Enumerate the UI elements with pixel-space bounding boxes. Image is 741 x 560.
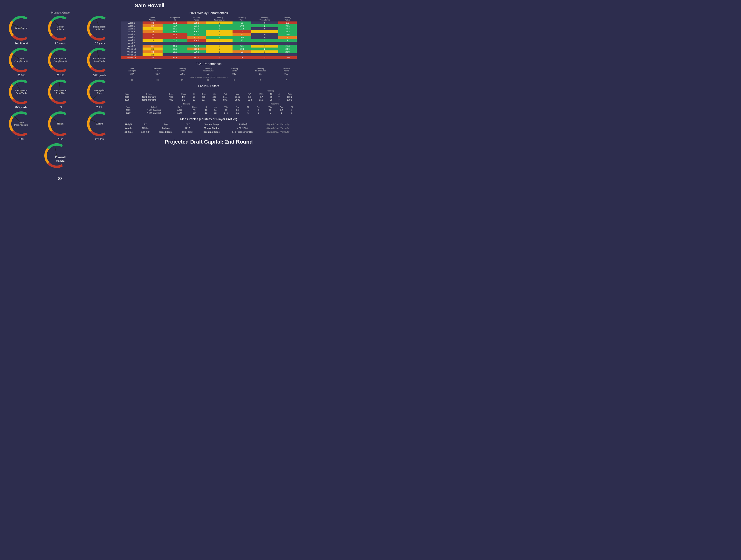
rushing-cell-0-0: 2019 — [121, 109, 136, 112]
gauge-value-best-season-tds: 39 — [59, 106, 62, 109]
weekly-cell-10-4: 2 — [206, 50, 232, 53]
gauge-best-season-pass-yds: Best SeasonPass Yards3641 yards — [80, 47, 118, 77]
table-row: Week 63253.1203.04108014.1 — [121, 36, 297, 39]
gauge-value-career-ypa: 9.2 yards — [55, 42, 66, 45]
passing-header-2: Conf — [165, 92, 177, 96]
weekly-cell-5-0: Week 6 — [121, 36, 143, 39]
passing-cell-0-5: 259 — [198, 96, 209, 99]
table-row: 52533727247 — [121, 79, 297, 81]
table-row: 2020North CarolinaACCSO1223734868.135861… — [121, 99, 297, 101]
perf-header-2: PassingYards — [172, 67, 193, 72]
weekly-header-1: PassAttempts — [143, 16, 162, 21]
svg-line-20 — [52, 118, 60, 124]
passing-cell-0-6: 422 — [209, 96, 219, 99]
weekly-cell-12-2: 53.8 — [162, 56, 187, 59]
weekly-cell-0-1: 32 — [143, 21, 162, 24]
weekly-cell-7-4 — [206, 42, 232, 45]
weekly-cell-3-5: 8 — [232, 30, 251, 33]
weekly-cell-5-5: 108 — [232, 36, 251, 39]
weekly-cell-4-2: 56.3 — [162, 33, 187, 36]
rushing-cell-1-3: SO — [187, 112, 202, 114]
passing-cell-0-7: 61.4 — [219, 96, 231, 99]
performance-2021-title: 2021 Performance — [121, 62, 297, 66]
weekly-cell-10-6: 1 — [251, 50, 278, 53]
measurable-cell-2-2: Speed Score — [154, 130, 178, 134]
svg-line-0 — [12, 24, 21, 28]
weekly-cell-10-2: 66.7 — [162, 50, 187, 53]
perf-header-6: FantasyPoints — [276, 67, 297, 72]
passing-cell-0-12: 7 — [275, 96, 282, 99]
rushing-header-2: Conf — [172, 106, 187, 109]
rushing-header-5: Att — [211, 106, 220, 109]
perf-val-3: 23 — [193, 72, 223, 75]
gauge-overall: OverallGrade83 — [44, 142, 77, 181]
passing-cell-0-13: 160.2 — [283, 96, 297, 99]
weekly-header-3: PassingYards — [187, 16, 206, 21]
measurables-table: Height6'1"Age21.2Vertical Jump24.9 (2nd)… — [121, 122, 297, 134]
weekly-cell-1-3: 353.0 — [187, 24, 206, 27]
weekly-table: PassAttemptsCompletion%PassingYardsPassi… — [121, 16, 297, 59]
passing-cell-0-1: North Carolina — [133, 96, 165, 99]
weekly-cell-8-1: 31 — [143, 45, 162, 48]
table-row: Week 32166.7307.05112030.3 — [121, 27, 297, 30]
weekly-cell-7-7 — [278, 42, 297, 45]
weekly-cell-0-3: 205.0 — [187, 21, 206, 24]
gauge-row-2: CareerCompletion %63.9% Best SeasonCompl… — [2, 47, 118, 77]
weekly-header-0 — [121, 16, 143, 21]
gauge-value-weight: 225 lbs — [95, 137, 104, 140]
svg-line-22 — [90, 120, 99, 124]
gauge-row-4: CareerPass Attempts1097 Height73 in Weig… — [2, 111, 118, 140]
passing-cell-1-7: 68.1 — [219, 99, 231, 101]
weekly-cell-11-3 — [187, 53, 206, 56]
passing-cell-0-11: 38 — [267, 96, 275, 99]
gauge-best-season-comp: Best SeasonCompletion %68.1% — [42, 47, 79, 77]
weekly-cell-9-2: 61.5 — [162, 48, 187, 50]
weekly-cell-11-1: 23 — [143, 53, 162, 56]
passing-header-3: Class — [177, 92, 190, 96]
gauge-value-int-rate: 2.1% — [96, 106, 102, 109]
table-row: Weight225 lbsCollegeUNC20 Yard Shuttle4.… — [121, 126, 297, 130]
perf-val-5: 11 — [245, 72, 276, 75]
table-row: Week 1223 — [121, 53, 297, 56]
left-panel: Prospect Grade Draft Capital2nd Round Ca… — [2, 11, 118, 181]
rushing-header-10: Yds — [264, 106, 276, 109]
weekly-cell-9-1: 26 — [143, 48, 162, 50]
weekly-cell-3-1: 39 — [143, 30, 162, 33]
rushing-cell-1-8: 5 — [244, 112, 253, 114]
rushing-cell-0-4: 13 — [202, 109, 211, 112]
weekly-cell-4-6: 0 — [251, 33, 278, 36]
weekly-cell-11-0: Week 12 — [121, 53, 143, 56]
weekly-cell-6-5: 98 — [232, 39, 251, 42]
weekly-cell-12-1: 26 — [143, 56, 162, 59]
measurable-cell-1-0: Weight — [121, 126, 137, 130]
rushing-cell-0-1: North Carolina — [136, 109, 172, 112]
weekly-cell-8-7: 21.6 — [278, 45, 297, 48]
weekly-cell-5-1: 32 — [143, 36, 162, 39]
perf-header-3: PassingTouchdowns — [193, 67, 223, 72]
perf-header-0: PassAttempts — [121, 67, 143, 72]
weekly-cell-3-3: 306.0 — [187, 30, 206, 33]
rank-val-6: 7 — [276, 79, 297, 81]
weekly-cell-9-3: 216.0 — [187, 48, 206, 50]
performance-2021-table: PassAttemptsCompletion%PassingYardsPassi… — [121, 67, 297, 81]
weekly-cell-7-2 — [162, 42, 187, 45]
gauge-row-1: Draft Capital2nd Round CareerYards / Att… — [2, 15, 118, 45]
weekly-cell-4-0: Week 5 — [121, 33, 143, 36]
weekly-cell-2-3: 307.0 — [187, 27, 206, 30]
weekly-cell-0-0: Week 1 — [121, 21, 143, 24]
passing-header-4: G — [190, 92, 198, 96]
rushing-cell-0-8: 1 — [244, 109, 253, 112]
weekly-cell-2-4: 5 — [206, 27, 232, 30]
weekly-cell-2-5: 112 — [232, 27, 251, 30]
weekly-cell-12-6: 2 — [251, 56, 278, 59]
svg-line-8 — [54, 53, 60, 60]
svg-point-13 — [20, 91, 22, 93]
weekly-cell-2-6: 0 — [251, 27, 278, 30]
rushing-cell-0-3: FR — [187, 109, 202, 112]
pre-stats-passing-table: PassingYearSchoolConfClassGCmpAttPctYdsY… — [121, 89, 297, 101]
passing-cell-1-5: 237 — [198, 99, 209, 101]
weekly-cell-6-0: Week 7 — [121, 39, 143, 42]
passing-cell-0-10: 9.7 — [256, 96, 267, 99]
perf-header-4: RushingYards — [223, 67, 245, 72]
passing-header-10: AY/A — [256, 92, 267, 96]
